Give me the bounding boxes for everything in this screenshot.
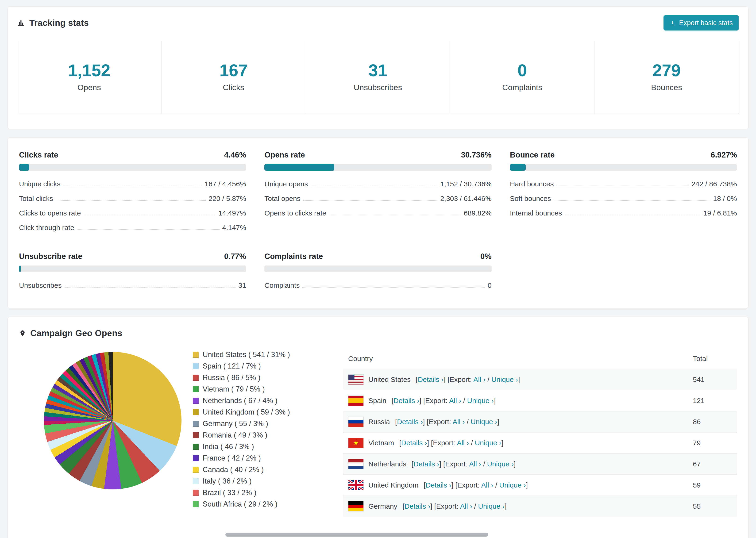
rate-block: Opens rate 30.736% Unique opens 1,152 / … (264, 150, 491, 235)
details-link[interactable]: Details › (418, 376, 444, 383)
stat-row-value: 167 / 4.456% (205, 180, 246, 188)
tracking-stats-title-text: Tracking stats (29, 18, 89, 28)
table-row: United Kingdom [Details ›] [Export: All … (343, 475, 737, 496)
stat-row: Unsubscribes 31 (19, 278, 246, 293)
country-cell: ★ Vietnam [Details ›] [Export: All › / U… (348, 438, 682, 448)
export-unique-link[interactable]: Unique › (475, 439, 501, 447)
total-value: 121 (688, 390, 737, 411)
flag-icon: ★ (348, 438, 364, 448)
details-link[interactable]: Details › (413, 460, 439, 468)
legend-label: India ( 46 / 3% ) (203, 443, 254, 451)
export-unique-link[interactable]: Unique › (471, 418, 497, 426)
dotted-leader (557, 186, 689, 186)
stat-box: 279 Bounces (594, 41, 739, 114)
details-link[interactable]: Details › (401, 439, 427, 447)
legend-swatch (193, 432, 199, 438)
total-value: 59 (688, 475, 737, 496)
total-header: Total (688, 349, 737, 369)
country-name: Russia (368, 418, 390, 426)
table-row: Russia [Details ›] [Export: All › / Uniq… (343, 411, 737, 432)
country-name: Spain (368, 397, 387, 405)
total-value: 86 (688, 411, 737, 432)
tracking-stats-title: Tracking stats (17, 18, 89, 28)
country-cell: Spain [Details ›] [Export: All › / Uniqu… (348, 396, 682, 406)
stat-row-value: 0 (488, 282, 492, 290)
export-unique-link[interactable]: Unique › (491, 376, 518, 383)
flag-icon (348, 374, 364, 385)
export-all-link[interactable]: All › (481, 481, 494, 489)
export-unique-link[interactable]: Unique › (487, 460, 514, 468)
rate-title: Unsubscribe rate (19, 252, 82, 261)
stat-row-value: 1,152 / 30.736% (440, 180, 492, 188)
legend-swatch (193, 490, 199, 496)
flag-icon (348, 459, 364, 469)
details-link[interactable]: Details › (426, 481, 452, 489)
legend-swatch (193, 363, 199, 369)
legend-item: United States ( 541 / 31% ) (193, 350, 343, 359)
rate-block: Complaints rate 0% Complaints 0 (264, 252, 491, 293)
rate-value: 0% (480, 252, 492, 261)
country-cell: Netherlands [Details ›] [Export: All › /… (348, 459, 682, 469)
legend-item: Vietnam ( 79 / 5% ) (193, 385, 343, 394)
progress-bar (19, 265, 246, 272)
legend-item: Brazil ( 33 / 2% ) (193, 488, 343, 497)
geo-table: Country Total United States (343, 349, 737, 517)
country-name: United States (368, 376, 411, 384)
rates-grid: Clicks rate 4.46% Unique clicks 167 / 4.… (19, 150, 737, 293)
legend-item: Italy ( 36 / 2% ) (193, 477, 343, 485)
stat-row-label: Internal bounces (510, 209, 562, 217)
export-all-link[interactable]: All › (469, 460, 481, 468)
progress-bar (510, 164, 737, 171)
stat-row-value: 31 (238, 282, 246, 290)
details-link[interactable]: Details › (405, 502, 430, 510)
stat-label: Opens (20, 83, 159, 92)
country-cell: Russia [Details ›] [Export: All › / Uniq… (348, 417, 682, 427)
stat-row-label: Soft bounces (510, 194, 551, 202)
export-basic-stats-button[interactable]: Export basic stats (664, 15, 739, 30)
details-link[interactable]: Details › (394, 397, 419, 404)
rate-title: Clicks rate (19, 150, 58, 159)
country-cell: United Kingdom [Details ›] [Export: All … (348, 480, 682, 490)
download-icon (670, 20, 676, 26)
dotted-leader (329, 215, 461, 215)
stat-label: Complaints (453, 83, 592, 92)
legend-item: Spain ( 121 / 7% ) (193, 362, 343, 370)
geo-opens-title: Campaign Geo Opens (19, 328, 122, 338)
bar-chart-icon (17, 19, 25, 27)
table-row: Germany [Details ›] [Export: All › / Uni… (343, 496, 737, 517)
country-cell: Germany [Details ›] [Export: All › / Uni… (348, 501, 682, 511)
horizontal-scrollbar-thumb[interactable] (225, 533, 488, 537)
rate-head: Opens rate 30.736% (264, 150, 491, 159)
stat-row-label: Opens to clicks rate (264, 209, 326, 217)
rate-value: 30.736% (461, 150, 491, 159)
details-link[interactable]: Details › (397, 418, 423, 426)
legend-swatch (193, 386, 199, 392)
dotted-leader (554, 200, 710, 201)
export-unique-link[interactable]: Unique › (499, 481, 526, 489)
stat-value: 167 (164, 61, 303, 80)
stat-row-label: Clicks to opens rate (19, 209, 81, 217)
legend-item: Netherlands ( 67 / 4% ) (193, 397, 343, 405)
legend-label: Vietnam ( 79 / 5% ) (203, 385, 265, 394)
location-pin-icon (19, 329, 26, 338)
table-row: ★ Vietnam [Details ›] [Export: All › / U… (343, 432, 737, 454)
export-unique-link[interactable]: Unique › (467, 397, 494, 404)
legend-item: India ( 46 / 3% ) (193, 443, 343, 451)
export-all-link[interactable]: All › (460, 502, 472, 510)
legend-item: Canada ( 40 / 2% ) (193, 465, 343, 474)
legend-swatch (193, 409, 199, 415)
stat-row: Opens to clicks rate 689.82% (264, 206, 491, 220)
export-all-link[interactable]: All › (457, 439, 469, 447)
legend-item: South Africa ( 29 / 2% ) (193, 500, 343, 509)
progress-bar-fill (19, 265, 21, 272)
legend-label: France ( 42 / 2% ) (203, 454, 261, 462)
country-cell: United States [Details ›] [Export: All ›… (348, 374, 682, 385)
geo-opens-title-text: Campaign Geo Opens (30, 328, 122, 338)
export-all-link[interactable]: All › (473, 376, 486, 383)
stat-row-label: Hard bounces (510, 180, 554, 188)
rate-title: Bounce rate (510, 150, 555, 159)
dotted-leader (77, 229, 219, 230)
export-all-link[interactable]: All › (453, 418, 465, 426)
export-unique-link[interactable]: Unique › (478, 502, 505, 510)
export-all-link[interactable]: All › (449, 397, 461, 404)
